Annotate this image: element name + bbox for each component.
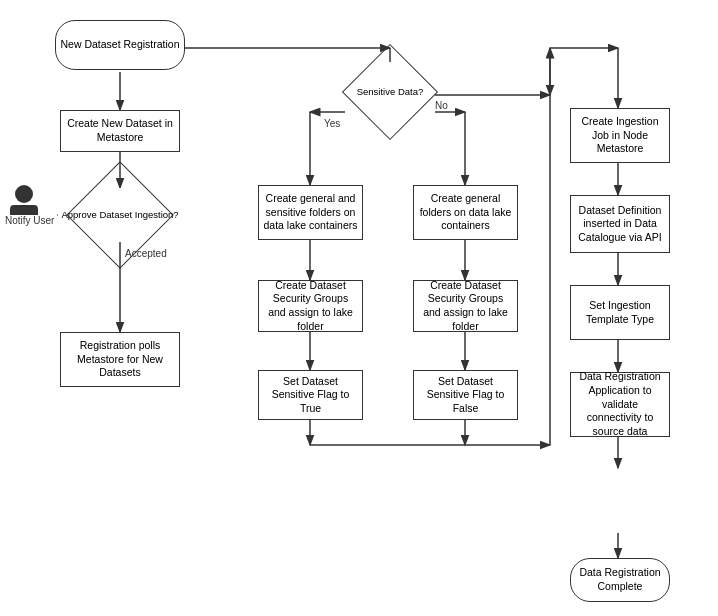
no-label: No	[435, 100, 448, 111]
create-general-folders-box: Create general folders on data lake cont…	[413, 185, 518, 240]
create-ingestion-job-box: Create Ingestion Job in Node Metastore	[570, 108, 670, 163]
create-security-groups-general-box: Create Dataset Security Groups and assig…	[413, 280, 518, 332]
data-registration-complete-box: Data Registration Complete	[570, 558, 670, 602]
create-general-sensitive-box: Create general and sensitive folders on …	[258, 185, 363, 240]
data-registration-app-box: Data Registration Application to validat…	[570, 372, 670, 437]
flowchart-diagram: Notify User Rejected Accepted Yes No New…	[0, 0, 718, 616]
notify-user-label: Notify User	[5, 215, 54, 226]
sensitive-data-diamond: Sensitive Data?	[345, 62, 435, 122]
set-sensitive-false-box: Set Dataset Sensitive Flag to False	[413, 370, 518, 420]
approve-ingestion-diamond: Approve Dataset Ingestion?	[58, 188, 182, 242]
create-new-dataset-box: Create New Dataset in Metastore	[60, 110, 180, 152]
registration-polls-box: Registration polls Metastore for New Dat…	[60, 332, 180, 387]
set-sensitive-true-box: Set Dataset Sensitive Flag to True	[258, 370, 363, 420]
create-security-groups-sensitive-box: Create Dataset Security Groups and assig…	[258, 280, 363, 332]
yes-label: Yes	[324, 118, 340, 129]
dataset-definition-box: Dataset Definition inserted in Data Cata…	[570, 195, 670, 253]
set-ingestion-template-box: Set Ingestion Template Type	[570, 285, 670, 340]
new-dataset-registration-box: New Dataset Registration	[55, 20, 185, 70]
